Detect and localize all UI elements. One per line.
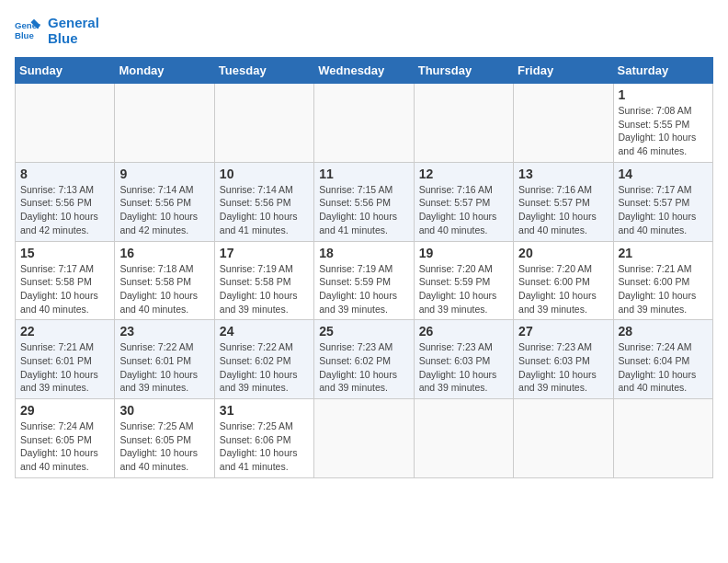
day-number: 17 [220,246,309,260]
day-info: Sunrise: 7:23 AMSunset: 6:03 PMDaylight:… [419,340,508,395]
day-cell-23: 23 Sunrise: 7:22 AMSunset: 6:01 PMDaylig… [115,320,214,399]
day-cell-24: 24 Sunrise: 7:22 AMSunset: 6:02 PMDaylig… [214,320,313,399]
day-info: Sunrise: 7:20 AMSunset: 5:59 PMDaylight:… [419,262,508,316]
day-cell-12: 12 Sunrise: 7:16 AMSunset: 5:57 PMDaylig… [414,162,513,241]
day-cell-19: 19 Sunrise: 7:20 AMSunset: 5:59 PMDaylig… [414,241,513,320]
day-number: 23 [119,324,209,339]
day-number: 18 [319,246,408,260]
day-cell-14: 14 Sunrise: 7:17 AMSunset: 5:57 PMDaylig… [613,162,712,241]
day-number: 29 [20,403,109,418]
day-number: 22 [20,324,109,339]
day-number: 10 [220,167,309,181]
col-header-wednesday: Wednesday [314,58,414,84]
day-number: 19 [419,246,508,260]
calendar-week-2: 8 Sunrise: 7:13 AMSunset: 5:56 PMDayligh… [16,162,713,241]
empty-cell [613,399,712,478]
day-number: 13 [518,167,608,181]
day-cell-31: 31 Sunrise: 7:25 AMSunset: 6:06 PMDaylig… [214,399,313,478]
empty-cell [314,399,414,478]
day-info: Sunrise: 7:14 AMSunset: 5:56 PMDaylight:… [220,183,309,237]
day-number: 30 [119,403,209,418]
day-info: Sunrise: 7:19 AMSunset: 5:59 PMDaylight:… [319,262,408,316]
day-number: 31 [220,403,309,418]
day-info: Sunrise: 7:24 AMSunset: 6:05 PMDaylight:… [20,419,109,474]
day-cell-29: 29 Sunrise: 7:24 AMSunset: 6:05 PMDaylig… [16,399,115,478]
day-info: Sunrise: 7:21 AMSunset: 6:00 PMDaylight:… [619,262,708,316]
day-cell-16: 16 Sunrise: 7:18 AMSunset: 5:58 PMDaylig… [115,241,214,320]
logo-blue: Blue [48,30,99,46]
day-info: Sunrise: 7:23 AMSunset: 6:02 PMDaylight:… [319,340,408,395]
day-info: Sunrise: 7:21 AMSunset: 6:01 PMDaylight:… [20,340,109,395]
day-info: Sunrise: 7:22 AMSunset: 6:02 PMDaylight:… [220,340,309,395]
day-number: 9 [119,167,209,181]
day-cell-18: 18 Sunrise: 7:19 AMSunset: 5:59 PMDaylig… [314,241,414,320]
day-cell-28: 28 Sunrise: 7:24 AMSunset: 6:04 PMDaylig… [613,320,712,399]
empty-cell [414,399,513,478]
day-info: Sunrise: 7:08 AMSunset: 5:55 PMDaylight:… [619,104,708,158]
day-number: 28 [619,324,708,339]
page-header: General Blue General Blue [15,15,713,46]
empty-cell [214,84,313,163]
day-info: Sunrise: 7:14 AMSunset: 5:56 PMDaylight:… [119,183,209,237]
day-info: Sunrise: 7:25 AMSunset: 6:05 PMDaylight:… [119,419,209,474]
day-info: Sunrise: 7:19 AMSunset: 5:58 PMDaylight:… [220,262,309,316]
day-cell-30: 30 Sunrise: 7:25 AMSunset: 6:05 PMDaylig… [115,399,214,478]
day-number: 25 [319,324,408,339]
col-header-friday: Friday [514,58,613,84]
day-info: Sunrise: 7:13 AMSunset: 5:56 PMDaylight:… [20,183,109,237]
day-info: Sunrise: 7:17 AMSunset: 5:58 PMDaylight:… [20,262,109,316]
svg-text:Blue: Blue [15,30,34,40]
day-cell-20: 20 Sunrise: 7:20 AMSunset: 6:00 PMDaylig… [514,241,613,320]
col-header-saturday: Saturday [613,58,712,84]
day-cell-11: 11 Sunrise: 7:15 AMSunset: 5:56 PMDaylig… [314,162,414,241]
calendar-week-5: 29 Sunrise: 7:24 AMSunset: 6:05 PMDaylig… [16,399,713,478]
logo-general: General [48,15,99,30]
day-cell-13: 13 Sunrise: 7:16 AMSunset: 5:57 PMDaylig… [514,162,613,241]
col-header-tuesday: Tuesday [214,58,313,84]
day-info: Sunrise: 7:25 AMSunset: 6:06 PMDaylight:… [220,419,309,474]
calendar-week-1: 1 Sunrise: 7:08 AMSunset: 5:55 PMDayligh… [16,84,713,163]
calendar-week-4: 22 Sunrise: 7:21 AMSunset: 6:01 PMDaylig… [16,320,713,399]
day-info: Sunrise: 7:18 AMSunset: 5:58 PMDaylight:… [119,262,209,316]
day-info: Sunrise: 7:23 AMSunset: 6:03 PMDaylight:… [518,340,608,395]
day-number: 24 [220,324,309,339]
day-number: 11 [319,167,408,181]
day-cell-8: 8 Sunrise: 7:13 AMSunset: 5:56 PMDayligh… [16,162,115,241]
empty-cell [16,84,115,163]
day-cell-15: 15 Sunrise: 7:17 AMSunset: 5:58 PMDaylig… [16,241,115,320]
day-cell-1: 1 Sunrise: 7:08 AMSunset: 5:55 PMDayligh… [613,84,712,163]
day-cell-22: 22 Sunrise: 7:21 AMSunset: 6:01 PMDaylig… [16,320,115,399]
day-info: Sunrise: 7:16 AMSunset: 5:57 PMDaylight:… [419,183,508,237]
day-number: 12 [419,167,508,181]
logo: General Blue General Blue [15,15,99,46]
col-header-sunday: Sunday [16,58,115,84]
day-cell-26: 26 Sunrise: 7:23 AMSunset: 6:03 PMDaylig… [414,320,513,399]
empty-cell [514,399,613,478]
day-info: Sunrise: 7:22 AMSunset: 6:01 PMDaylight:… [119,340,209,395]
logo-icon: General Blue [15,17,40,43]
col-header-monday: Monday [115,58,214,84]
day-number: 27 [518,324,608,339]
col-header-thursday: Thursday [414,58,513,84]
day-number: 8 [20,167,109,181]
day-cell-9: 9 Sunrise: 7:14 AMSunset: 5:56 PMDayligh… [115,162,214,241]
day-number: 15 [20,246,109,260]
day-number: 1 [619,87,708,102]
day-number: 21 [619,246,708,260]
empty-cell [314,84,414,163]
calendar-week-3: 15 Sunrise: 7:17 AMSunset: 5:58 PMDaylig… [16,241,713,320]
day-info: Sunrise: 7:16 AMSunset: 5:57 PMDaylight:… [518,183,608,237]
empty-cell [514,84,613,163]
empty-cell [115,84,214,163]
day-info: Sunrise: 7:24 AMSunset: 6:04 PMDaylight:… [619,340,708,395]
day-info: Sunrise: 7:20 AMSunset: 6:00 PMDaylight:… [518,262,608,316]
day-cell-17: 17 Sunrise: 7:19 AMSunset: 5:58 PMDaylig… [214,241,313,320]
day-info: Sunrise: 7:15 AMSunset: 5:56 PMDaylight:… [319,183,408,237]
empty-cell [414,84,513,163]
day-number: 16 [119,246,209,260]
day-cell-21: 21 Sunrise: 7:21 AMSunset: 6:00 PMDaylig… [613,241,712,320]
calendar-table: SundayMondayTuesdayWednesdayThursdayFrid… [15,57,713,478]
day-cell-27: 27 Sunrise: 7:23 AMSunset: 6:03 PMDaylig… [514,320,613,399]
day-number: 20 [518,246,608,260]
day-cell-10: 10 Sunrise: 7:14 AMSunset: 5:56 PMDaylig… [214,162,313,241]
